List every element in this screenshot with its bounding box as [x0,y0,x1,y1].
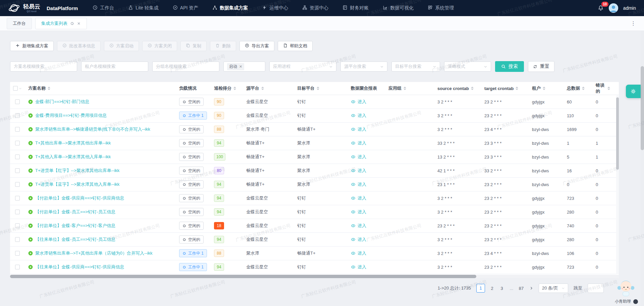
brand[interactable]: 轻易云 QCloud DataPlatform [8,3,78,13]
row-checkbox[interactable] [15,141,20,145]
sort-tenant[interactable] [543,87,545,90]
row-checkbox[interactable] [15,210,20,214]
plan-name-link[interactable]: T+其他入库单-->聚水潭其他入库单--ikk [25,154,176,160]
search-button[interactable]: 搜索 [495,61,524,72]
page-button-2[interactable]: 2 [489,286,495,291]
plan-name-link[interactable]: 金蝶-部门==>钉钉-部门信息 [25,99,176,105]
app-process-select[interactable]: 应用进程 [269,61,336,72]
plan-name-link[interactable]: T+其他出库单-->聚水潭其他出库单--ikk [25,140,176,146]
page-scroll-thumb[interactable] [641,66,644,150]
column-settings-button[interactable] [626,85,641,98]
load-status-button[interactable]: 空闲的 [179,194,204,202]
table-horizontal-scrollbar[interactable] [10,275,619,278]
load-status-button[interactable]: 空闲的 [179,180,204,188]
load-status-button[interactable]: 空闲的 [179,153,204,161]
copy-button[interactable]: 复制 [180,41,207,51]
report-enter-link[interactable]: 进入 [351,154,366,160]
report-enter-link[interactable]: 进入 [351,264,366,270]
report-enter-link[interactable]: 进入 [351,181,366,187]
report-enter-link[interactable]: 进入 [351,168,366,174]
report-enter-link[interactable]: 进入 [351,113,366,119]
load-status-button[interactable]: 工作中 1 [179,263,207,271]
plan-name-link[interactable]: 金蝶-费用项目==>钉钉-费用项目信息 [25,113,176,119]
assistant-mascot[interactable] [616,278,636,298]
nav-item-data-viz[interactable]: 数据可视化 [383,5,414,11]
strategy-mode-select[interactable]: 策略模式 [444,61,491,72]
report-enter-link[interactable]: 进入 [351,250,366,256]
plan-name-link[interactable]: 聚水潭销售出库单-->T+其他出库单（店铺为0）合并写入--ikk [25,250,176,256]
batch-edit-button[interactable]: 批改基本信息 [57,41,101,51]
plan-name-link[interactable]: 【往来单位】金蝶-供应商==>钉钉-供应商信息 [25,264,176,270]
row-checkbox[interactable] [15,168,20,173]
plan-name-link[interactable]: 【付款单位】金蝶-供应商==>钉钉-供应商信息 [25,195,176,201]
load-status-button[interactable]: 空闲的 [179,139,204,147]
export-plan-button[interactable]: 导出方案 [239,41,274,51]
chevron-down-icon[interactable] [19,87,22,90]
row-checkbox[interactable] [15,127,20,132]
tab-workbench[interactable]: 工作台 [7,18,32,29]
select-all-checkbox[interactable] [13,86,18,91]
tab-plan-list[interactable]: 集成方案列表 [35,18,87,29]
report-enter-link[interactable]: 进入 [351,126,366,132]
row-checkbox[interactable] [15,155,20,159]
report-enter-link[interactable]: 进入 [351,195,366,201]
row-checkbox[interactable] [15,113,20,118]
jump-input[interactable] [588,283,604,293]
avatar[interactable] [609,3,618,13]
report-enter-link[interactable]: 进入 [351,223,366,229]
report-enter-link[interactable]: 进入 [351,236,366,243]
nav-item-data-integration[interactable]: 数据集成方案 [212,5,248,11]
group-name-search-input[interactable]: 分组名模糊搜索 [152,61,219,72]
refresh-tab-icon[interactable] [70,21,74,26]
vertical-scroll-thumb[interactable] [616,97,619,170]
tenant-name-search-input[interactable]: 租户名模糊搜索 [81,61,148,72]
page-button-1[interactable]: 1 [476,284,485,293]
assistant-toggle[interactable] [633,299,638,304]
row-checkbox[interactable] [15,237,20,242]
report-enter-link[interactable]: 进入 [351,99,366,105]
sort-score[interactable] [233,87,236,90]
page-scrollbar[interactable] [641,31,644,306]
close-tab-icon[interactable] [77,21,81,26]
sort-source[interactable] [261,87,264,90]
more-vert-icon[interactable]: ⋮ [629,20,637,27]
plan-name-search-input[interactable]: 方案名模糊搜索 [10,61,77,72]
table-vertical-scrollbar[interactable] [616,95,619,274]
run-status-select[interactable]: 启动✕ [223,61,265,72]
nav-item-ops-center[interactable]: 运维中心 [262,5,288,11]
sort-tcron[interactable] [516,87,518,90]
load-status-button[interactable]: 空闲的 [179,222,204,230]
plan-name-link[interactable]: 【付款单位】金蝶-客户==>钉钉-客户信息 [25,223,176,229]
row-checkbox[interactable] [15,223,20,228]
row-checkbox[interactable] [15,99,20,104]
sort-total[interactable] [582,87,585,90]
nav-item-workbench[interactable]: 工作台 [93,5,114,11]
horizontal-scroll-thumb[interactable] [10,275,476,278]
report-enter-link[interactable]: 进入 [351,140,366,146]
reset-button[interactable]: 重置 [528,61,554,72]
load-status-button[interactable]: 空闲的 [179,235,204,244]
row-checkbox[interactable] [15,251,20,256]
add-plan-button[interactable]: 新增集成方案 [10,41,54,51]
nav-item-resource-center[interactable]: 资源中心 [302,5,328,11]
plan-start-button[interactable]: 方案启动 [104,41,139,51]
nav-item-finance-recon[interactable]: 财务对账 [342,5,369,11]
row-checkbox[interactable] [15,196,20,201]
nav-item-api-assets[interactable]: API 资产 [173,5,198,11]
sort-target[interactable] [317,87,319,90]
remove-tag-icon[interactable]: ✕ [239,64,242,69]
delete-button[interactable]: 删除 [210,41,236,51]
notifications-button[interactable]: 10 [598,5,604,11]
row-checkbox[interactable] [15,182,20,187]
page-button-3[interactable]: 3 [499,286,504,291]
plan-name-link[interactable]: 聚水潭销售出库单-->畅捷通销货单(线下非0)不合并写入--ikk [25,126,176,132]
page-size-select[interactable]: 20 条/页 [539,283,568,293]
sort-errors[interactable] [607,87,610,90]
sort-scron[interactable] [471,87,474,90]
plan-name-link[interactable]: T+进货单【红字】-->聚水潭其他出库单--ikk [25,168,176,174]
plan-stop-button[interactable]: 方案关闭 [142,41,177,51]
nav-item-lite-integration[interactable]: Lite 轻集成 [128,5,158,11]
help-doc-button[interactable]: 帮助文档 [278,41,313,51]
plan-name-link[interactable]: 【付款单位】金蝶-员工==>钉钉-员工信息 [25,209,176,215]
sort-name[interactable] [48,87,50,90]
